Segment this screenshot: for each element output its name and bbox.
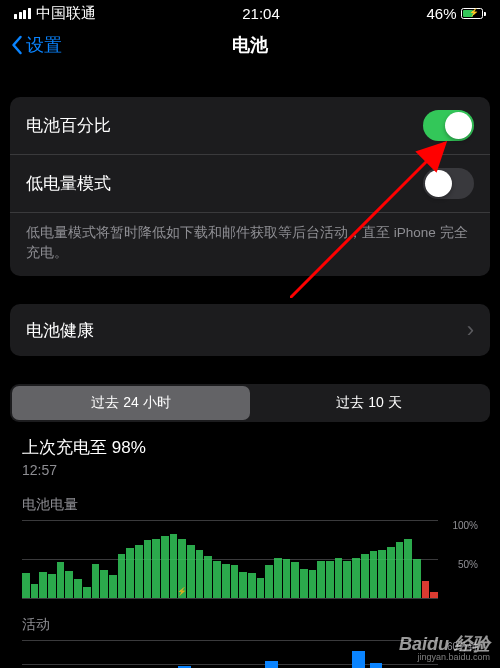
- watermark: Baidu 经验 jingyan.baidu.com: [399, 635, 490, 662]
- last-charge-title: 上次充电至 98%: [22, 436, 478, 459]
- chevron-right-icon: ›: [467, 317, 474, 343]
- chart-bar: [48, 574, 56, 598]
- chart-bar: [283, 559, 291, 598]
- nav-bar: 设置 电池: [0, 25, 500, 69]
- chevron-left-icon: [10, 35, 23, 55]
- watermark-main: Baidu 经验: [399, 635, 490, 653]
- activity-chart-label: 活动: [22, 616, 478, 634]
- chart-bar: [404, 539, 412, 598]
- chart-bar: [161, 536, 169, 598]
- chart-bar: ⚡: [178, 539, 186, 598]
- low-power-description: 低电量模式将暂时降低如下载和邮件获取等后台活动，直至 iPhone 完全充电。: [10, 213, 490, 276]
- y-label-100: 100%: [444, 520, 478, 531]
- chart-bar: [65, 571, 73, 598]
- chart-bar: [92, 564, 100, 598]
- chart-bar: [22, 573, 30, 598]
- battery-level-chart: ⚡: [22, 520, 438, 598]
- back-button[interactable]: 设置: [10, 33, 62, 57]
- low-power-row: 低电量模式: [10, 155, 490, 213]
- battery-percentage-toggle[interactable]: [423, 110, 474, 141]
- battery-health-label: 电池健康: [26, 319, 94, 342]
- activity-chart: [22, 640, 438, 668]
- chart-bar: [352, 558, 360, 599]
- chart-bar: [257, 578, 265, 598]
- tab-24h[interactable]: 过去 24 小时: [12, 386, 250, 420]
- chart-bar: [196, 550, 204, 598]
- battery-level-chart-label: 电池电量: [22, 496, 478, 514]
- chart-bar: [274, 558, 282, 599]
- chart-bar: [109, 575, 117, 598]
- chart-bar: [396, 542, 404, 598]
- chart-bar: [300, 569, 308, 599]
- chart-bar: [430, 592, 438, 598]
- signal-icon: [14, 8, 31, 19]
- chart-bar: [413, 559, 421, 598]
- y-label-50: 50%: [444, 559, 478, 570]
- chart-bar: [265, 661, 277, 668]
- chart-bar: [231, 565, 239, 598]
- chart-bar: [222, 564, 230, 598]
- chart-bar: [309, 570, 317, 598]
- watermark-sub: jingyan.baidu.com: [399, 653, 490, 662]
- battery-percent: 46%: [426, 5, 456, 22]
- chart-bar: [31, 584, 39, 598]
- chart-bar: [291, 562, 299, 598]
- chart-bar: [135, 545, 143, 598]
- chart-bar: [187, 545, 195, 598]
- chart-bar: [100, 570, 108, 598]
- time-range-tabs: 过去 24 小时 过去 10 天: [10, 384, 490, 422]
- chart-bar: [57, 562, 65, 598]
- chart-bar: [335, 558, 343, 599]
- status-time: 21:04: [242, 5, 280, 22]
- status-bar: 中国联通 21:04 46% ⚡: [0, 0, 500, 25]
- chart-bar: [378, 550, 386, 598]
- chart-bar: [144, 540, 152, 598]
- chart-bar: [326, 561, 334, 598]
- chart-bar: [83, 587, 91, 598]
- chart-bar: [213, 561, 221, 598]
- battery-percentage-row: 电池百分比: [10, 97, 490, 155]
- chart-bar: [39, 572, 47, 599]
- chart-bar: [248, 573, 256, 598]
- chart-bar: [170, 534, 178, 598]
- chart-bar: [239, 572, 247, 599]
- tab-10d[interactable]: 过去 10 天: [250, 386, 488, 420]
- chart-bar: [265, 565, 273, 598]
- chart-bar: [361, 554, 369, 598]
- chart-bar: [204, 556, 212, 598]
- low-power-label: 低电量模式: [26, 172, 111, 195]
- chart-bar: [343, 561, 351, 598]
- chart-bar: [126, 548, 134, 598]
- chart-bar: [317, 561, 325, 598]
- battery-icon: ⚡: [461, 8, 486, 19]
- chart-bar: [370, 663, 382, 668]
- chart-bar: [352, 651, 364, 668]
- chart-bar: [118, 554, 126, 598]
- battery-health-row[interactable]: 电池健康 ›: [10, 304, 490, 356]
- last-charge-info: 上次充电至 98% 12:57: [22, 436, 478, 478]
- chart-bar: [422, 581, 430, 598]
- battery-percentage-label: 电池百分比: [26, 114, 111, 137]
- chart-bar: [152, 539, 160, 598]
- last-charge-time: 12:57: [22, 462, 478, 478]
- back-label: 设置: [26, 33, 62, 57]
- low-power-toggle[interactable]: [423, 168, 474, 199]
- chart-bar: [370, 551, 378, 598]
- page-title: 电池: [232, 33, 268, 57]
- carrier-label: 中国联通: [36, 4, 96, 23]
- chart-bar: [387, 547, 395, 598]
- chart-bar: [74, 579, 82, 598]
